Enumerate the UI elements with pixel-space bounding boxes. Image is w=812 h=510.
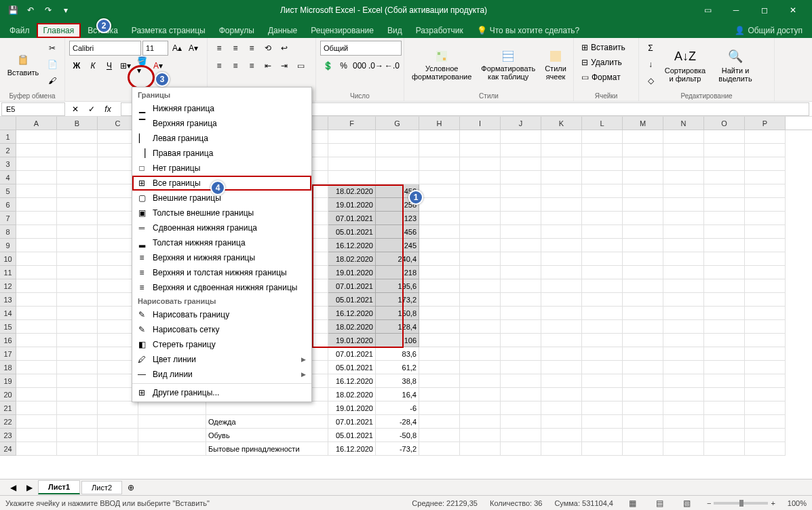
cell-N20[interactable] xyxy=(663,388,704,401)
cell-K8[interactable] xyxy=(541,225,582,239)
row-header-21[interactable]: 21 xyxy=(0,401,16,415)
cell-C23[interactable] xyxy=(98,429,138,442)
border-top-double-bottom-item[interactable]: ≡Верхняя и сдвоенная нижняя границы xyxy=(132,280,311,295)
bold-button[interactable]: Ж xyxy=(69,58,84,73)
align-top-icon[interactable]: ≡ xyxy=(212,41,227,56)
align-left-icon[interactable]: ≡ xyxy=(212,58,227,73)
col-header-N[interactable]: N xyxy=(663,117,704,130)
tab-layout[interactable]: Разметка страницы xyxy=(125,23,212,38)
tell-me[interactable]: 💡 Что вы хотите сделать? xyxy=(470,23,587,38)
cell-P6[interactable] xyxy=(745,198,786,212)
cell-G14[interactable]: 150,8 xyxy=(376,307,419,320)
cell-K1[interactable] xyxy=(541,130,582,144)
tab-formulas[interactable]: Формулы xyxy=(212,23,261,38)
cell-O14[interactable] xyxy=(704,307,745,320)
cell-C22[interactable] xyxy=(98,415,138,429)
cell-P18[interactable] xyxy=(745,361,786,374)
cell-E24[interactable]: Бытовые принадлежности xyxy=(206,442,328,456)
cell-O15[interactable] xyxy=(704,320,745,334)
col-header-B[interactable]: B xyxy=(57,117,98,130)
cell-A4[interactable] xyxy=(16,171,57,184)
cell-P17[interactable] xyxy=(745,347,786,361)
enter-fx-icon[interactable]: ✓ xyxy=(84,102,99,117)
cell-I16[interactable] xyxy=(460,334,501,347)
cell-F18[interactable]: 05.01.2021 xyxy=(328,361,376,374)
erase-border-item[interactable]: ◧Стереть границу xyxy=(132,337,311,352)
sort-filter-button[interactable]: A↓Z Сортировка и фильтр xyxy=(661,41,710,91)
cell-L24[interactable] xyxy=(582,442,623,456)
cell-O7[interactable] xyxy=(704,212,745,225)
font-size-select[interactable] xyxy=(142,41,168,56)
cell-M18[interactable] xyxy=(623,361,663,374)
clear-icon[interactable]: ◇ xyxy=(643,73,658,88)
cell-L14[interactable] xyxy=(582,307,623,320)
cell-G24[interactable]: -73,2 xyxy=(376,442,419,456)
cell-J12[interactable] xyxy=(501,279,541,293)
row-header-9[interactable]: 9 xyxy=(0,239,16,252)
next-sheet-icon[interactable]: ▶ xyxy=(22,480,37,495)
cell-P9[interactable] xyxy=(745,239,786,252)
cell-L7[interactable] xyxy=(582,212,623,225)
decrease-font-icon[interactable]: A▾ xyxy=(186,41,201,56)
cell-F24[interactable]: 16.12.2020 xyxy=(328,442,376,456)
cell-B20[interactable] xyxy=(57,388,98,401)
cell-G20[interactable]: 16,4 xyxy=(376,388,419,401)
cell-A24[interactable] xyxy=(16,442,57,456)
ribbon-options-icon[interactable]: ▭ xyxy=(694,1,721,20)
cell-P4[interactable] xyxy=(745,171,786,184)
qat-customize-icon[interactable]: ▾ xyxy=(58,3,73,18)
cell-L6[interactable] xyxy=(582,198,623,212)
cell-G22[interactable]: -28,4 xyxy=(376,415,419,429)
cell-A18[interactable] xyxy=(16,361,57,374)
cell-M20[interactable] xyxy=(623,388,663,401)
cell-I12[interactable] xyxy=(460,279,501,293)
cell-J1[interactable] xyxy=(501,130,541,144)
maximize-icon[interactable]: ◻ xyxy=(751,1,778,20)
cell-I10[interactable] xyxy=(460,252,501,266)
cell-N7[interactable] xyxy=(663,212,704,225)
font-name-select[interactable] xyxy=(69,41,141,56)
cell-M19[interactable] xyxy=(623,374,663,388)
cell-I23[interactable] xyxy=(460,429,501,442)
format-painter-icon[interactable]: 🖌 xyxy=(45,73,60,88)
row-header-10[interactable]: 10 xyxy=(0,252,16,266)
cell-H14[interactable] xyxy=(419,307,460,320)
cell-M7[interactable] xyxy=(623,212,663,225)
cell-A11[interactable] xyxy=(16,266,57,279)
col-header-M[interactable]: M xyxy=(623,117,663,130)
orientation-icon[interactable]: ⟲ xyxy=(260,41,275,56)
cell-F21[interactable]: 19.01.2020 xyxy=(328,401,376,415)
tab-file[interactable]: Файл xyxy=(3,23,37,38)
cell-A15[interactable] xyxy=(16,320,57,334)
cell-M21[interactable] xyxy=(623,401,663,415)
border-top-thick-bottom-item[interactable]: ≡Верхняя и толстая нижняя границы xyxy=(132,265,311,280)
cell-G17[interactable]: 83,6 xyxy=(376,347,419,361)
more-borders-item[interactable]: ⊞Другие границы... xyxy=(132,385,311,400)
cell-G19[interactable]: 38,8 xyxy=(376,374,419,388)
cell-G23[interactable]: -50,8 xyxy=(376,429,419,442)
cell-L22[interactable] xyxy=(582,415,623,429)
cell-F2[interactable] xyxy=(328,144,376,157)
col-header-I[interactable]: I xyxy=(460,117,501,130)
cell-P2[interactable] xyxy=(745,144,786,157)
border-double-bottom-item[interactable]: ═Сдвоенная нижняя граница xyxy=(132,220,311,235)
zoom-out-icon[interactable]: − xyxy=(707,499,711,507)
minimize-icon[interactable]: ─ xyxy=(722,1,750,20)
cell-J10[interactable] xyxy=(501,252,541,266)
cell-F16[interactable]: 19.01.2020 xyxy=(328,334,376,347)
cell-F9[interactable]: 16.12.2020 xyxy=(328,239,376,252)
cell-P1[interactable] xyxy=(745,130,786,144)
align-center-icon[interactable]: ≡ xyxy=(228,58,243,73)
cell-K19[interactable] xyxy=(541,374,582,388)
cell-M17[interactable] xyxy=(623,347,663,361)
cell-B19[interactable] xyxy=(57,374,98,388)
cell-P24[interactable] xyxy=(745,442,786,456)
cell-K17[interactable] xyxy=(541,347,582,361)
col-header-K[interactable]: K xyxy=(541,117,582,130)
cell-F19[interactable]: 16.12.2020 xyxy=(328,374,376,388)
increase-font-icon[interactable]: A▴ xyxy=(170,41,185,56)
cell-I4[interactable] xyxy=(460,171,501,184)
cell-K12[interactable] xyxy=(541,279,582,293)
border-thick-bottom-item[interactable]: ▂Толстая нижняя граница xyxy=(132,235,311,250)
cell-L23[interactable] xyxy=(582,429,623,442)
